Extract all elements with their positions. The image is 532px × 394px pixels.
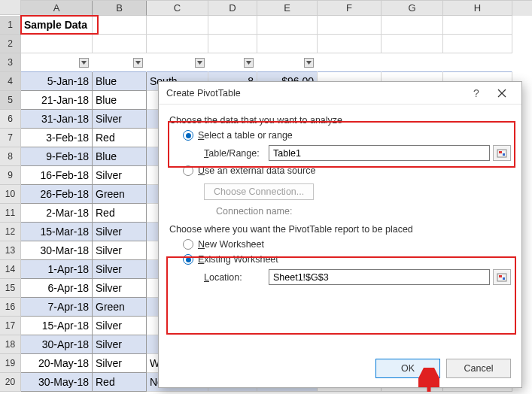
row-header[interactable]: 8 xyxy=(0,147,21,166)
row-header[interactable]: 3 xyxy=(0,53,21,72)
filter-button[interactable] xyxy=(304,58,314,68)
help-button[interactable]: ? xyxy=(466,87,487,99)
cell-date[interactable]: 15-Mar-18 xyxy=(21,223,93,241)
cell-date[interactable]: 2-Mar-18 xyxy=(21,204,93,223)
cell[interactable] xyxy=(93,16,147,35)
radio-new-worksheet[interactable] xyxy=(183,239,193,250)
cell-date[interactable]: 21-Jan-18 xyxy=(21,91,93,110)
cell[interactable] xyxy=(382,53,443,72)
cell[interactable] xyxy=(257,35,318,53)
cell[interactable] xyxy=(257,16,318,35)
input-location[interactable] xyxy=(269,269,490,285)
cell-date[interactable]: 15-Apr-18 xyxy=(21,317,93,335)
cell[interactable] xyxy=(443,16,512,35)
col-header-e[interactable]: E xyxy=(257,1,318,16)
cell[interactable] xyxy=(318,16,382,35)
row-header[interactable]: 10 xyxy=(0,185,21,204)
cell-date[interactable]: 9-Feb-18 xyxy=(21,147,93,166)
row-header[interactable]: 7 xyxy=(0,129,21,147)
cell[interactable] xyxy=(318,53,382,72)
row-header[interactable]: 4 xyxy=(0,72,21,91)
cell-date[interactable]: 6-Apr-18 xyxy=(21,279,93,298)
cell-color[interactable]: Green xyxy=(93,185,147,204)
location-picker-button[interactable] xyxy=(493,269,511,285)
cell-date[interactable]: 3-Feb-18 xyxy=(21,129,93,147)
col-header-a[interactable]: A xyxy=(21,1,93,16)
table-header-color[interactable]: Color xyxy=(93,53,147,72)
filter-button[interactable] xyxy=(133,58,143,68)
cell-color[interactable]: Red xyxy=(93,373,147,392)
cell[interactable] xyxy=(443,35,512,53)
cell-date[interactable]: 16-Feb-18 xyxy=(21,166,93,185)
select-all-corner[interactable] xyxy=(0,0,21,15)
title-cell[interactable]: Sample Data xyxy=(21,16,93,35)
col-header-h[interactable]: H xyxy=(443,1,512,16)
cell-color[interactable]: Red xyxy=(93,129,147,147)
col-header-c[interactable]: C xyxy=(147,1,208,16)
cell-color[interactable]: Blue xyxy=(93,147,147,166)
input-table-range[interactable] xyxy=(269,145,490,161)
row-header[interactable]: 17 xyxy=(0,317,21,335)
cell-date[interactable]: 1-Apr-18 xyxy=(21,260,93,279)
col-header-g[interactable]: G xyxy=(382,1,443,16)
cell-date[interactable]: 26-Feb-18 xyxy=(21,185,93,204)
radio-select-table[interactable] xyxy=(183,130,193,141)
filter-button[interactable] xyxy=(79,58,89,68)
col-header-d[interactable]: D xyxy=(208,1,257,16)
cell[interactable] xyxy=(93,35,147,53)
cell-date[interactable]: 20-May-18 xyxy=(21,354,93,373)
cell-date[interactable]: 5-Jan-18 xyxy=(21,72,93,91)
cell[interactable] xyxy=(443,53,512,72)
cell-date[interactable]: 30-Apr-18 xyxy=(21,335,93,354)
cell[interactable] xyxy=(208,16,257,35)
cell-color[interactable]: Blue xyxy=(93,91,147,110)
row-header[interactable]: 6 xyxy=(0,110,21,129)
row-header[interactable]: 15 xyxy=(0,279,21,298)
col-header-b[interactable]: B xyxy=(93,1,147,16)
cell-date[interactable]: 31-Jan-18 xyxy=(21,110,93,129)
close-button[interactable] xyxy=(487,83,517,104)
cell-color[interactable]: Silver xyxy=(93,223,147,241)
cell-color[interactable]: Green xyxy=(93,298,147,317)
cell[interactable] xyxy=(21,35,93,53)
row-header[interactable]: 1 xyxy=(0,16,21,35)
row-header[interactable]: 16 xyxy=(0,298,21,317)
cell-color[interactable]: Silver xyxy=(93,335,147,354)
cell[interactable] xyxy=(382,35,443,53)
cell-color[interactable]: Red xyxy=(93,204,147,223)
cell-color[interactable]: Silver xyxy=(93,241,147,260)
table-header-region[interactable]: Region xyxy=(147,53,208,72)
row-header[interactable]: 2 xyxy=(0,35,21,53)
cell-color[interactable]: Silver xyxy=(93,354,147,373)
row-header[interactable]: 13 xyxy=(0,241,21,260)
cell-color[interactable]: Silver xyxy=(93,260,147,279)
row-header[interactable]: 12 xyxy=(0,223,21,241)
cell[interactable] xyxy=(147,35,208,53)
cell-color[interactable]: Silver xyxy=(93,317,147,335)
cancel-button[interactable]: Cancel xyxy=(446,359,511,378)
filter-button[interactable] xyxy=(244,58,254,68)
cell[interactable] xyxy=(382,16,443,35)
cell-color[interactable]: Blue xyxy=(93,72,147,91)
row-header[interactable]: 11 xyxy=(0,204,21,223)
row-header[interactable]: 5 xyxy=(0,91,21,110)
radio-existing-worksheet[interactable] xyxy=(183,254,193,265)
filter-button[interactable] xyxy=(195,58,205,68)
table-header-units[interactable]: Units xyxy=(208,53,257,72)
cell[interactable] xyxy=(318,35,382,53)
cell[interactable] xyxy=(208,35,257,53)
row-header[interactable]: 14 xyxy=(0,260,21,279)
range-picker-button[interactable] xyxy=(493,145,511,161)
row-header[interactable]: 19 xyxy=(0,354,21,373)
table-header-sales[interactable]: Sales xyxy=(257,53,318,72)
cell[interactable] xyxy=(147,16,208,35)
col-header-f[interactable]: F xyxy=(318,1,382,16)
row-header[interactable]: 20 xyxy=(0,373,21,392)
cell-color[interactable]: Silver xyxy=(93,166,147,185)
row-header[interactable]: 9 xyxy=(0,166,21,185)
row-header[interactable]: 18 xyxy=(0,335,21,354)
radio-external-source[interactable] xyxy=(183,165,193,176)
cell-color[interactable]: Silver xyxy=(93,110,147,129)
cell-date[interactable]: 30-May-18 xyxy=(21,373,93,392)
table-header-date[interactable]: Date xyxy=(21,53,93,72)
